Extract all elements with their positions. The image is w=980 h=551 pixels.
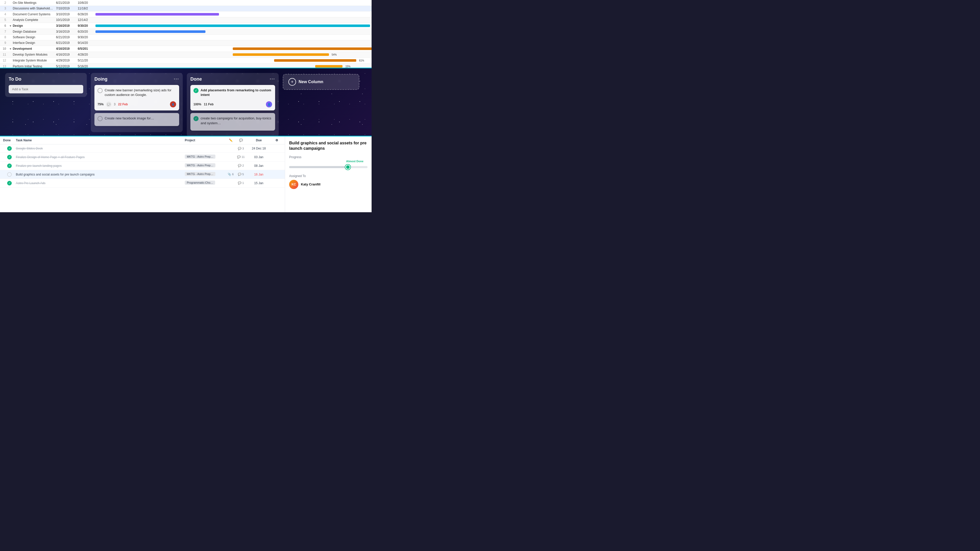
add-task-input[interactable]	[9, 85, 83, 94]
header-comment: 💬	[236, 138, 246, 142]
list-row-project-2: MKTG - Astro Prep…	[185, 163, 226, 168]
detail-assigned-label: Assigned To	[289, 174, 368, 178]
gantt-row-bar-0	[94, 0, 372, 6]
card2-done-toggle[interactable]	[97, 116, 103, 121]
list-row-attach-3: 📎 6	[226, 173, 236, 176]
new-column-plus-icon: +	[288, 78, 296, 86]
column-title-doing: Doing	[94, 76, 107, 82]
gantt-row-start-0: 6/21/2019	[54, 0, 76, 6]
detail-title: Build graphics and social assets for pre…	[289, 141, 368, 151]
detail-user-avatar: KC	[289, 180, 298, 189]
detail-panel: Build graphics and social assets for pre…	[285, 137, 372, 212]
gantt-section: 2On-Site Meetings6/21/201910/8/203Discus…	[0, 0, 372, 68]
gantt-row-num-6: 8	[0, 35, 8, 40]
gantt-row-num-3: 5	[0, 17, 8, 23]
gantt-row-start-11: 5/12/2019	[54, 63, 76, 68]
gantt-row-name-8: ▼Development	[8, 46, 54, 52]
list-row-comment-3: 💬 5	[236, 173, 246, 176]
list-row-comment-0: 💬 3	[236, 147, 246, 150]
gantt-row-bar-11: 15%	[94, 63, 372, 68]
card1-done-toggle[interactable]	[97, 88, 103, 93]
list-row-comment-1: 💬 11	[236, 156, 246, 159]
gantt-row-num-4: 6	[0, 23, 8, 29]
list-row-project-4: Programmatic-Cho…	[185, 181, 226, 186]
list-row-done-3[interactable]	[3, 172, 16, 177]
list-row-3[interactable]: Build graphics and social assets for pre…	[0, 170, 285, 179]
gantt-row-bar-3	[94, 17, 372, 23]
doing-menu-button[interactable]: ···	[174, 76, 179, 82]
gantt-row-start-1: 7/10/2019	[54, 6, 76, 11]
new-column-label: New Column	[299, 79, 323, 84]
kanban-section: To Do Doing ··· Create new banner (remar…	[0, 68, 372, 137]
gantt-row-name-2: Document Current Systems	[8, 11, 54, 17]
list-row-4[interactable]: ✓Astro Pre Launch AdsProgrammatic-Cho…💬 …	[0, 179, 285, 187]
list-rows-container: ✓Google Slides Deck💬 324 Dec 18✓Finalize…	[0, 144, 285, 187]
list-row-1[interactable]: ✓Finalize Design of Home Page + all Feat…	[0, 153, 285, 162]
detail-progress-track: Almost Done	[289, 166, 368, 168]
gantt-row-name-9: Develop System Modules	[8, 52, 54, 57]
card1-avatar: 👤	[170, 101, 176, 107]
detail-progress-label: Progress	[289, 156, 368, 159]
list-row-taskname-0: Google Slides Deck	[16, 147, 185, 150]
gantt-row-end-7: 9/14/20	[76, 40, 94, 46]
new-column-button[interactable]: + New Column	[283, 74, 360, 90]
header-filter[interactable]: ⚙	[272, 138, 282, 142]
list-row-done-2[interactable]: ✓	[3, 164, 16, 168]
kanban-card-3[interactable]: ✓ Add placements from remarketing to cus…	[190, 85, 275, 110]
detail-progress-fill	[289, 166, 348, 168]
gantt-row-bar-6	[94, 35, 372, 40]
gantt-row-num-2: 4	[0, 11, 8, 17]
gantt-row-end-9: 4/28/20	[76, 52, 94, 57]
header-done: Done	[3, 138, 16, 142]
gantt-row-num-8: 10	[0, 46, 8, 52]
column-title-done: Done	[190, 76, 202, 82]
list-row-project-3: MKTG - Astro Prep…	[185, 172, 226, 177]
gantt-row-num-9: 11	[0, 52, 8, 57]
list-row-taskname-4: Astro Pre Launch Ads	[16, 181, 185, 185]
gantt-row-start-2: 3/10/2019	[54, 11, 76, 17]
kanban-column-todo: To Do	[5, 73, 87, 97]
card3-done-icon: ✓	[193, 88, 199, 93]
header-taskname: Task Name	[16, 138, 185, 142]
gantt-row-name-3: Analysis Complete	[8, 17, 54, 23]
list-row-due-2: 08 Jan	[246, 164, 272, 168]
list-row-due-4: 15 Jan	[246, 181, 272, 185]
done-menu-button[interactable]: ···	[270, 76, 275, 82]
gantt-row-bar-8	[94, 46, 372, 52]
list-row-taskname-1: Finalize Design of Home Page + all Featu…	[16, 156, 185, 159]
kanban-column-done: Done ··· ✓ Add placements from remarketi…	[187, 73, 279, 137]
gantt-row-end-5: 6/20/20	[76, 29, 94, 35]
gantt-table: 2On-Site Meetings6/21/201910/8/203Discus…	[0, 0, 372, 68]
card1-title: Create new banner (remarketing size) ads…	[105, 88, 176, 97]
card1-comments: 3	[114, 103, 116, 106]
gantt-row-bar-9: 54%	[94, 52, 372, 57]
list-row-comment-2: 💬 2	[236, 164, 246, 167]
kanban-card-1[interactable]: Create new banner (remarketing size) ads…	[94, 85, 179, 110]
gantt-row-end-8: 6/5/201	[76, 46, 94, 52]
list-row-2[interactable]: ✓Finalize pre-launch landing pagesMKTG -…	[0, 162, 285, 170]
detail-progress-dot: Almost Done	[345, 165, 350, 170]
list-row-0[interactable]: ✓Google Slides Deck💬 324 Dec 18	[0, 144, 285, 153]
gantt-row-start-10: 4/29/2019	[54, 57, 76, 63]
kanban-card-2[interactable]: Create new facebook image for…	[94, 113, 179, 126]
list-row-taskname-2: Finalize pre-launch landing pages	[16, 164, 185, 168]
gantt-row-num-10: 12	[0, 57, 8, 63]
gantt-row-end-6: 9/30/20	[76, 35, 94, 40]
list-row-done-4[interactable]: ✓	[3, 181, 16, 186]
gantt-row-bar-4	[94, 23, 372, 29]
gantt-row-name-6: Software Design	[8, 35, 54, 40]
list-row-done-0[interactable]: ✓	[3, 146, 16, 151]
card2-title: Create new facebook image for…	[105, 116, 154, 121]
header-attach: ✏️	[226, 138, 236, 142]
list-row-done-1[interactable]: ✓	[3, 155, 16, 159]
detail-assigned-user: KC Katy Cranfill	[289, 180, 368, 189]
gantt-row-end-11: 5/16/20	[76, 63, 94, 68]
header-due: Due	[246, 138, 272, 142]
list-row-due-1: 03 Jan	[246, 156, 272, 159]
gantt-row-name-0: On-Site Meetings	[8, 0, 54, 6]
kanban-column-header-todo: To Do	[9, 76, 83, 82]
kanban-card-4[interactable]: ✓ create two campaigns for acquisition, …	[190, 113, 275, 130]
card3-avatar: 👤	[266, 101, 272, 107]
list-header: Done Task Name Project ✏️ 💬 Due ⚙	[0, 137, 285, 144]
gantt-row-num-0: 2	[0, 0, 8, 6]
